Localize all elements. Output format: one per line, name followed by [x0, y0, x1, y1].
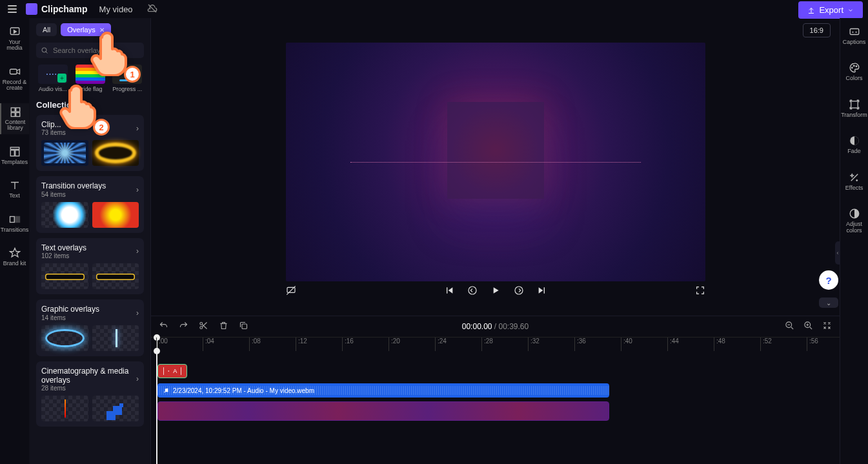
- timeline: 00:00.00 / 00:39.60 :00:04:08:12:16:20:2…: [151, 316, 840, 464]
- prop-effects[interactable]: Effects: [840, 169, 868, 194]
- cast-off-button[interactable]: [286, 285, 296, 296]
- time-ruler[interactable]: :00:04:08:12:16:20:24:28:32:36:40:44:48:…: [151, 337, 840, 351]
- palette-icon: [849, 62, 860, 74]
- nav-your-media[interactable]: Your media: [0, 23, 29, 54]
- collection-text-overlays[interactable]: Text overlays102 items›: [36, 238, 144, 294]
- time-readout: 00:00.00 / 00:39.60: [462, 322, 529, 331]
- skip-end-button[interactable]: [537, 285, 547, 296]
- svg-rect-2: [10, 69, 17, 74]
- audio-clip[interactable]: 2/23/2024, 10:29:52 PM - Audio - My vide…: [157, 383, 609, 398]
- chevron-right-icon: ›: [136, 374, 139, 383]
- prop-captions[interactable]: Captions: [840, 23, 868, 48]
- prop-transform[interactable]: Transform: [840, 96, 868, 121]
- nav-record-create[interactable]: Record & create: [0, 63, 29, 94]
- svg-point-22: [168, 370, 169, 372]
- svg-rect-9: [15, 150, 19, 156]
- thumb[interactable]: [92, 263, 139, 289]
- play-button[interactable]: [490, 285, 501, 296]
- frame-back-button[interactable]: [467, 285, 478, 296]
- thumb[interactable]: [92, 140, 139, 166]
- undo-button[interactable]: [159, 321, 168, 332]
- nav-templates[interactable]: Templates: [0, 143, 29, 168]
- video-preview[interactable]: [286, 43, 705, 281]
- progress-thumb: [112, 65, 142, 84]
- split-button[interactable]: [199, 321, 208, 332]
- ruler-tick: :44: [667, 338, 679, 351]
- ruler-tick: :20: [389, 338, 400, 351]
- tracks-area[interactable]: A 2/23/2024, 10:29:52 PM - Audio - My vi…: [151, 351, 840, 464]
- project-title[interactable]: My video: [99, 5, 133, 14]
- overlay-clip[interactable]: A: [157, 364, 187, 378]
- prop-colors[interactable]: Colors: [840, 59, 868, 84]
- thumb[interactable]: [41, 140, 88, 166]
- export-button[interactable]: Export: [798, 1, 863, 19]
- thumb[interactable]: [41, 325, 88, 351]
- copy-button[interactable]: [239, 321, 248, 332]
- ruler-tick: :04: [203, 338, 214, 351]
- search-overlays[interactable]: [36, 43, 144, 58]
- ruler-tick: :12: [296, 338, 307, 351]
- brandkit-icon: [9, 247, 21, 259]
- aspect-ratio-button[interactable]: 16:9: [803, 23, 831, 37]
- redo-button[interactable]: [179, 321, 188, 332]
- nav-text[interactable]: Text: [0, 177, 29, 201]
- skip-start-button[interactable]: [444, 285, 454, 296]
- chip-pride-flag[interactable]: Pride flag: [74, 65, 107, 92]
- ruler-tick: :08: [249, 338, 261, 351]
- ruler-tick: :28: [481, 338, 493, 351]
- expand-preview-button[interactable]: ⌄: [819, 298, 838, 308]
- prop-fade[interactable]: Fade: [840, 132, 868, 157]
- pride-flag-thumb: [76, 65, 105, 84]
- zoom-fit-button[interactable]: [822, 321, 832, 332]
- svg-point-23: [164, 392, 165, 393]
- menu-button[interactable]: [5, 3, 19, 15]
- chip-progress[interactable]: Progress ...: [110, 65, 144, 92]
- prop-adjust-colors[interactable]: Adjust colors: [840, 205, 868, 236]
- frame-forward-button[interactable]: [514, 285, 524, 296]
- zoom-in-button[interactable]: [803, 321, 813, 332]
- search-input[interactable]: [36, 43, 144, 58]
- nav-brand-kit[interactable]: Brand kit: [0, 245, 29, 269]
- audio-visualizer-thumb: ·····＋: [38, 65, 68, 84]
- brand-name: Clipchamp: [41, 4, 88, 14]
- collection-cinematography-overlays[interactable]: Cinematography & media overlays28 items›: [36, 361, 144, 427]
- clipchamp-logo-icon: [26, 3, 37, 15]
- add-icon[interactable]: ＋: [57, 74, 66, 83]
- chip-audio-visualizer[interactable]: ·····＋ Audio vis...: [36, 65, 70, 92]
- svg-point-18: [200, 327, 203, 329]
- collapse-right-button[interactable]: ‹: [835, 241, 840, 265]
- chevron-right-icon: ›: [136, 247, 139, 256]
- help-button[interactable]: ?: [819, 270, 838, 290]
- filter-overlays[interactable]: Overlays✕: [61, 23, 110, 36]
- nav-content-library[interactable]: Content library: [0, 103, 29, 134]
- svg-rect-29: [851, 101, 858, 108]
- thumb[interactable]: [92, 202, 139, 228]
- svg-rect-11: [15, 216, 19, 222]
- svg-rect-7: [10, 147, 19, 149]
- ruler-tick: :40: [621, 338, 632, 351]
- captions-icon: [849, 26, 860, 37]
- ruler-tick: :36: [574, 338, 586, 351]
- thumb[interactable]: [41, 396, 88, 421]
- media-icon: [9, 26, 21, 37]
- thumb[interactable]: [92, 396, 139, 421]
- record-icon: [168, 368, 169, 374]
- delete-button[interactable]: [219, 321, 228, 332]
- thumb[interactable]: [41, 202, 88, 228]
- music-icon: [163, 387, 169, 394]
- close-icon[interactable]: ✕: [99, 26, 105, 34]
- zoom-out-button[interactable]: [785, 321, 794, 332]
- collection-graphic-overlays[interactable]: Graphic overlays14 items›: [36, 299, 144, 356]
- thumb[interactable]: [92, 325, 139, 351]
- video-clip[interactable]: [157, 401, 609, 421]
- collection-clip[interactable]: Clip...73 items›: [36, 115, 144, 171]
- collection-transition-overlays[interactable]: Transition overlays54 items›: [36, 176, 144, 232]
- filter-all[interactable]: All: [36, 23, 57, 36]
- thumb[interactable]: [41, 263, 88, 289]
- fullscreen-button[interactable]: [695, 285, 705, 296]
- svg-rect-6: [15, 112, 19, 116]
- templates-icon: [9, 146, 21, 157]
- sync-status-icon: [147, 3, 157, 15]
- nav-transitions[interactable]: Transitions: [0, 211, 29, 236]
- svg-rect-10: [10, 216, 14, 222]
